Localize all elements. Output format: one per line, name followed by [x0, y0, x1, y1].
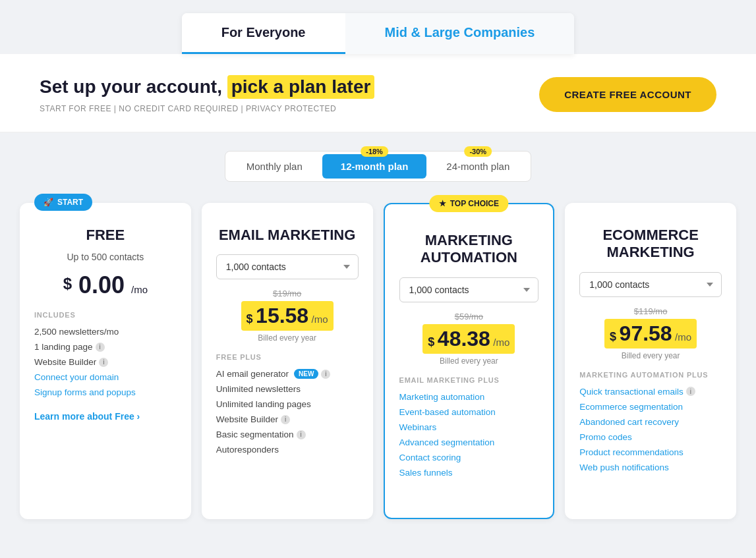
start-badge: 🚀 START — [34, 194, 92, 211]
email-section-label: FREE PLUS — [216, 353, 359, 361]
automation-section-label: EMAIL MARKETING PLUS — [399, 376, 539, 384]
automation-billed-note: Billed every year — [399, 356, 539, 366]
automation-price-highlight: $ 48.38 /mo — [422, 324, 515, 354]
star-icon: ★ — [439, 199, 446, 208]
feature-unlimited-landing: Unlimited landing pages — [216, 397, 359, 412]
includes-label: INCLUDES — [34, 311, 177, 319]
ecommerce-original-price: $119/mo — [579, 306, 722, 316]
ecommerce-section-label: MARKETING AUTOMATION PLUS — [579, 371, 722, 379]
feature-abandoned-cart[interactable]: Abandoned cart recovery — [579, 414, 722, 430]
feature-domain[interactable]: Connect your domain — [34, 370, 177, 385]
feature-product-rec[interactable]: Product recommendations — [579, 445, 722, 460]
top-choice-badge: ★ TOP CHOICE — [430, 195, 508, 212]
automation-contacts-select[interactable]: 1,000 contacts 2,500 contacts 5,000 cont… — [399, 277, 539, 302]
feature-adv-seg[interactable]: Advanced segmentation — [399, 435, 539, 450]
toggle-monthly[interactable]: Monthly plan — [228, 154, 321, 179]
hero-subtitle: START FOR FREE | NO CREDIT CARD REQUIRED… — [40, 104, 374, 113]
email-price-main: 15.58 — [256, 304, 308, 327]
pricing-cards: 🚀 START FREE Up to 500 contacts $ 0.00 /… — [0, 195, 756, 545]
feature-mkt-auto[interactable]: Marketing automation — [399, 389, 539, 405]
rocket-icon: 🚀 — [44, 198, 53, 207]
feature-sales-funnels[interactable]: Sales funnels — [399, 465, 539, 480]
email-price-highlight: $ 15.58 /mo — [241, 301, 334, 331]
ecommerce-price-highlight: $ 97.58 /mo — [604, 319, 697, 349]
automation-price-main: 48.38 — [438, 327, 490, 350]
tabs-wrapper: For Everyone Mid & Large Companies — [182, 13, 575, 54]
feature-newsletters: 2,500 newsletters/mo — [34, 324, 177, 339]
create-account-button[interactable]: CREATE FREE ACCOUNT — [539, 77, 716, 112]
ecommerce-features: Quick transactional emails i Ecommerce s… — [579, 384, 722, 475]
free-contacts: Up to 500 contacts — [34, 252, 177, 262]
feature-signup[interactable]: Signup forms and popups — [34, 385, 177, 400]
email-billed-note: Billed every year — [216, 333, 359, 343]
plan-toggle-section: Monthly plan -18% 12-month plan -30% 24-… — [0, 132, 756, 195]
tab-mid-large[interactable]: Mid & Large Companies — [345, 13, 575, 54]
card-email-marketing: EMAIL MARKETING 1,000 contacts 2,500 con… — [202, 203, 373, 519]
feature-ai-email: AI email generator NEW i — [216, 366, 359, 381]
free-title: FREE — [34, 227, 177, 244]
feature-website-builder: Website Builder i — [34, 354, 177, 370]
ecommerce-contacts-select[interactable]: 1,000 contacts 2,500 contacts 5,000 cont… — [579, 272, 722, 297]
card-marketing-automation: ★ TOP CHOICE MARKETING AUTOMATION 1,000 … — [384, 203, 555, 519]
info-icon-wb[interactable]: i — [281, 415, 290, 424]
feature-basic-seg: Basic segmentation i — [216, 427, 359, 442]
tab-for-everyone[interactable]: For Everyone — [182, 13, 345, 54]
card-ecommerce: ECOMMERCE MARKETING 1,000 contacts 2,500… — [565, 203, 736, 519]
feature-promo-codes[interactable]: Promo codes — [579, 430, 722, 445]
automation-original-price: $59/mo — [399, 312, 539, 321]
email-contacts-select[interactable]: 1,000 contacts 2,500 contacts 5,000 cont… — [216, 254, 359, 279]
ecommerce-price-main: 97.58 — [620, 321, 672, 345]
email-features: AI email generator NEW i Unlimited newsl… — [216, 366, 359, 457]
feature-landing: 1 landing page i — [34, 339, 177, 354]
feature-website-builder-email: Website Builder i — [216, 412, 359, 427]
email-price-section: $19/mo $ 15.58 /mo Billed every year — [216, 289, 359, 343]
email-marketing-title: EMAIL MARKETING — [216, 227, 359, 244]
info-icon-seg[interactable]: i — [297, 430, 306, 439]
feature-quick-transactional[interactable]: Quick transactional emails i — [579, 384, 722, 399]
automation-price-mo: /mo — [493, 337, 509, 348]
info-icon-website[interactable]: i — [99, 358, 108, 367]
info-icon-landing[interactable]: i — [96, 343, 105, 352]
hero-text: Set up your account, pick a plan later S… — [40, 75, 374, 113]
free-price: $ 0.00 /mo — [63, 271, 148, 298]
free-price-section: $ 0.00 /mo — [34, 271, 177, 299]
feature-unlimited-newsletters: Unlimited newsletters — [216, 381, 359, 397]
new-badge: NEW — [294, 369, 318, 379]
ecommerce-price-section: $119/mo $ 97.58 /mo Billed every year — [579, 306, 722, 360]
automation-features: Marketing automation Event-based automat… — [399, 389, 539, 480]
ecommerce-title: ECOMMERCE MARKETING — [579, 227, 722, 262]
hero-section: Set up your account, pick a plan later S… — [0, 54, 756, 132]
ecommerce-billed-note: Billed every year — [579, 351, 722, 360]
tabs-container: For Everyone Mid & Large Companies — [0, 0, 756, 54]
email-original-price: $19/mo — [216, 289, 359, 298]
feature-autoresponders: Autoresponders — [216, 442, 359, 457]
automation-price-section: $59/mo $ 48.38 /mo Billed every year — [399, 312, 539, 366]
card-free: 🚀 START FREE Up to 500 contacts $ 0.00 /… — [20, 203, 191, 519]
info-icon-transact[interactable]: i — [686, 387, 695, 396]
discount-badge-12: -18% — [361, 146, 388, 157]
toggle-24month[interactable]: -30% 24-month plan — [428, 154, 528, 179]
feature-contact-scoring[interactable]: Contact scoring — [399, 450, 539, 465]
feature-web-push[interactable]: Web push notifications — [579, 460, 722, 475]
hero-title: Set up your account, pick a plan later — [40, 75, 374, 99]
feature-ecom-seg[interactable]: Ecommerce segmentation — [579, 399, 722, 414]
email-price-mo: /mo — [312, 314, 328, 325]
info-icon-ai[interactable]: i — [321, 370, 330, 379]
plan-toggle: Monthly plan -18% 12-month plan -30% 24-… — [225, 151, 531, 182]
feature-webinars[interactable]: Webinars — [399, 420, 539, 435]
hero-highlight: pick a plan later — [227, 75, 375, 99]
free-features: 2,500 newsletters/mo 1 landing page i We… — [34, 324, 177, 400]
learn-more-free[interactable]: Learn more about Free › — [34, 411, 140, 422]
feature-event-auto[interactable]: Event-based automation — [399, 405, 539, 420]
marketing-auto-title: MARKETING AUTOMATION — [399, 232, 539, 267]
toggle-12month[interactable]: -18% 12-month plan — [322, 154, 427, 179]
discount-badge-24: -30% — [464, 146, 492, 157]
ecommerce-price-mo: /mo — [675, 331, 691, 343]
